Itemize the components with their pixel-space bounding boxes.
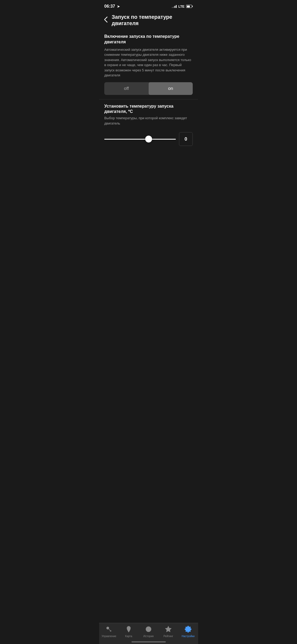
- status-bar: 06:37 ➤ LTE: [99, 0, 198, 12]
- content: Включение запуска по температуре двигате…: [99, 30, 198, 150]
- toggle-on[interactable]: on: [149, 82, 193, 95]
- engine-temp-description: Автоматический запуск двигателя активиру…: [104, 47, 193, 78]
- engine-temp-title: Включение запуска по температуре двигате…: [104, 34, 193, 45]
- slider-row: 0: [104, 132, 193, 146]
- slider-value-box: 0: [179, 132, 193, 146]
- slider-track: [104, 139, 176, 140]
- network-type: LTE: [178, 4, 185, 8]
- page-title: Запуск по температуре двигателя: [112, 14, 194, 26]
- battery-icon: [186, 5, 193, 8]
- status-right: LTE: [172, 4, 193, 8]
- slider-thumb[interactable]: [145, 136, 152, 142]
- status-time: 06:37 ➤: [104, 4, 120, 9]
- back-button[interactable]: [103, 16, 109, 25]
- temperature-title: Установить температуру запуска двигателя…: [104, 104, 193, 115]
- temperature-description: Выбор температуры, при которой комплекс …: [104, 116, 193, 126]
- engine-temp-section: Включение запуска по температуре двигате…: [99, 30, 198, 99]
- toggle-off[interactable]: off: [104, 82, 149, 95]
- signal-icon: [172, 5, 177, 8]
- nav-header: Запуск по температуре двигателя: [99, 12, 198, 30]
- toggle-switch[interactable]: off on: [104, 82, 193, 95]
- location-arrow-icon: ➤: [117, 4, 120, 8]
- slider-wrapper[interactable]: [104, 135, 176, 143]
- temperature-slider-section: Установить температуру запуска двигателя…: [99, 99, 198, 150]
